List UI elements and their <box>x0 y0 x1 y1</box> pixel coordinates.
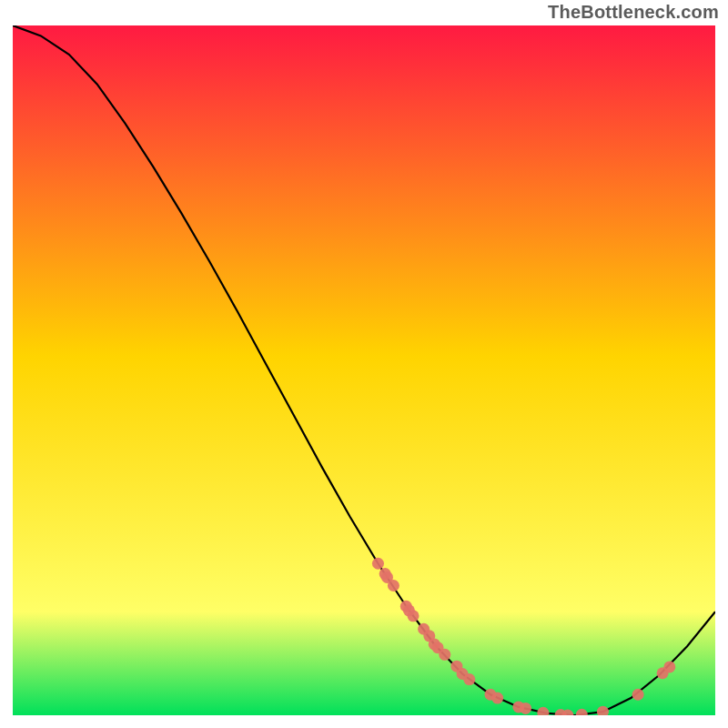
curve-marker <box>663 661 675 672</box>
chart-background <box>13 25 715 715</box>
watermark-label: TheBottleneck.com <box>548 2 719 23</box>
curve-marker <box>372 558 384 570</box>
curve-marker <box>576 709 588 721</box>
curve-marker <box>597 706 609 718</box>
curve-marker <box>388 580 399 592</box>
curve-marker <box>408 610 420 622</box>
curve-marker <box>491 693 503 704</box>
curve-marker <box>439 649 450 661</box>
chart-svg <box>0 0 728 728</box>
curve-marker <box>632 689 644 701</box>
curve-marker <box>463 673 475 685</box>
curve-marker <box>520 703 531 714</box>
curve-marker <box>561 710 573 722</box>
curve-marker <box>537 707 549 719</box>
chart-stage: TheBottleneck.com <box>0 0 728 728</box>
